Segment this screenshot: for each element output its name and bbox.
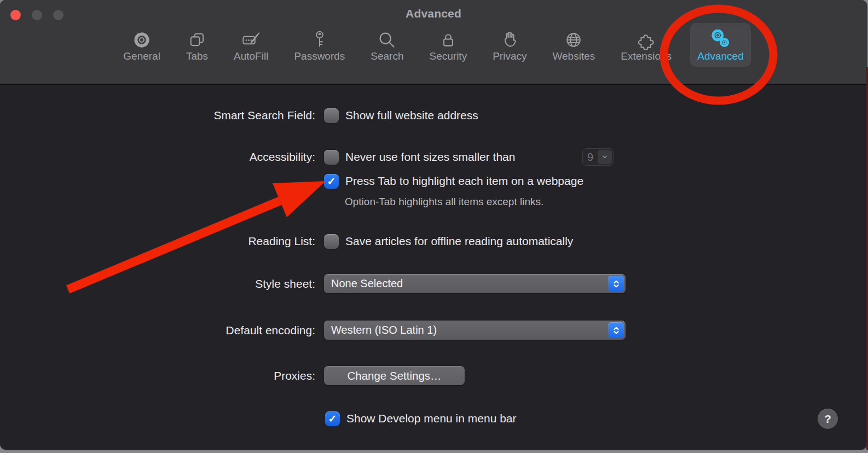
- puzzle-icon: [636, 27, 657, 50]
- tab-tabs[interactable]: Tabs: [179, 23, 215, 67]
- checkbox-option-label[interactable]: Save articles for offline reading automa…: [345, 235, 573, 248]
- gear-icon: [132, 27, 152, 50]
- safari-preferences-window: Advanced General: [0, 0, 867, 450]
- globe-icon: [564, 27, 583, 50]
- tab-search[interactable]: Search: [363, 23, 410, 67]
- lock-icon: [439, 27, 458, 50]
- checkbox-option-label[interactable]: Show Develop menu in menu bar: [346, 412, 517, 425]
- default-encoding-select[interactable]: Western (ISO Latin 1): [324, 321, 626, 340]
- style-sheet-label: Style sheet:: [0, 274, 315, 293]
- press-tab-checkbox[interactable]: ✓: [324, 174, 339, 189]
- checkbox-option-label[interactable]: Show full website address: [345, 109, 478, 122]
- style-sheet-value: None Selected: [324, 277, 608, 290]
- tab-passwords[interactable]: Passwords: [287, 23, 352, 67]
- reading-list-label: Reading List:: [0, 233, 315, 249]
- show-full-address-checkbox[interactable]: [324, 108, 339, 123]
- default-encoding-value: Western (ISO Latin 1): [324, 324, 608, 336]
- tab-label: Privacy: [493, 50, 526, 62]
- tab-websites[interactable]: Websites: [545, 23, 602, 67]
- updown-chevrons-icon: [608, 276, 624, 292]
- gears-icon: [709, 27, 731, 50]
- min-font-size-select: 9: [582, 148, 614, 166]
- autofill-icon: [241, 27, 262, 50]
- min-font-size-checkbox[interactable]: [324, 150, 339, 165]
- style-sheet-select[interactable]: None Selected: [324, 274, 626, 293]
- tabs-icon: [187, 27, 207, 50]
- checkmark-icon: ✓: [328, 414, 337, 424]
- smart-search-field-label: Smart Search Field:: [0, 107, 315, 124]
- tab-autofill[interactable]: AutoFill: [227, 23, 275, 67]
- tab-extensions[interactable]: Extensions: [614, 23, 679, 67]
- checkbox-option-label[interactable]: Press Tab to highlight each item on a we…: [345, 175, 583, 188]
- checkbox-option-label[interactable]: Never use font sizes smaller than: [345, 150, 515, 164]
- toolbar: Advanced General: [0, 0, 867, 85]
- tab-label: General: [123, 50, 160, 62]
- min-font-size-value: 9: [583, 151, 598, 164]
- smart-search-row: Show full website address: [324, 107, 478, 124]
- hand-icon: [500, 27, 519, 50]
- tab-label: Tabs: [186, 50, 208, 62]
- preferences-tab-bar: General Tabs: [0, 23, 867, 67]
- tab-privacy[interactable]: Privacy: [485, 23, 534, 67]
- tab-security[interactable]: Security: [423, 23, 474, 67]
- press-tab-row: ✓ Press Tab to highlight each item on a …: [324, 173, 583, 189]
- accessibility-label: Accessibility:: [0, 149, 315, 165]
- reading-list-row: Save articles for offline reading automa…: [324, 233, 573, 249]
- updown-chevrons-icon: [608, 322, 624, 338]
- change-settings-button[interactable]: Change Settings…: [324, 366, 465, 385]
- tab-label: Security: [430, 50, 467, 62]
- key-icon: [310, 27, 329, 50]
- default-encoding-label: Default encoding:: [0, 321, 315, 340]
- min-font-size-row: Never use font sizes smaller than: [324, 149, 515, 165]
- proxies-label: Proxies:: [0, 366, 315, 385]
- tab-label: Websites: [552, 50, 595, 62]
- tab-advanced[interactable]: Advanced: [690, 23, 751, 67]
- tab-label: Extensions: [621, 50, 672, 62]
- press-tab-note: Option-Tab highlights all items except l…: [345, 196, 543, 208]
- tab-label: Advanced: [697, 50, 744, 62]
- magnifier-icon: [377, 27, 397, 50]
- help-button[interactable]: ?: [818, 409, 838, 429]
- develop-menu-row: ✓ Show Develop menu in menu bar: [325, 410, 517, 427]
- chevron-down-icon: [598, 150, 612, 164]
- tab-label: AutoFill: [234, 50, 268, 62]
- tab-label: Search: [371, 50, 403, 62]
- checkmark-icon: ✓: [327, 176, 336, 187]
- offline-reading-checkbox[interactable]: [324, 234, 339, 249]
- tab-general[interactable]: General: [116, 23, 167, 67]
- tab-label: Passwords: [294, 50, 345, 62]
- advanced-pane: Smart Search Field: Show full website ad…: [0, 85, 867, 450]
- develop-menu-checkbox[interactable]: ✓: [325, 411, 340, 426]
- window-title: Advanced: [0, 7, 867, 20]
